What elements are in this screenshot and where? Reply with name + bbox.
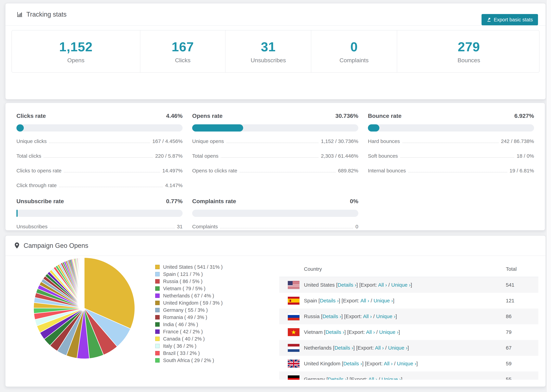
export-unique-link[interactable]: Unique › [397,361,416,366]
export-all-link[interactable]: All › [368,377,377,380]
dotted-leader [44,157,153,158]
legend-item[interactable]: Brazil ( 33 / 2% ) [155,350,223,357]
legend-item[interactable]: Romania ( 49 / 3% ) [155,314,223,321]
legend-label: France ( 42 / 2% ) [163,329,203,335]
rate-title: Bounce rate [368,112,402,119]
rate-detail-row: Clicks to opens rate14.497% [16,168,183,174]
rate-progress-fill [192,124,243,132]
legend-item[interactable]: France ( 42 / 2% ) [155,328,223,335]
export-unique-link[interactable]: Unique › [381,377,401,380]
table-row: Spain [Details ›] [Export: All › / Uniqu… [279,293,538,308]
legend-label: Germany ( 55 / 3% ) [163,307,208,313]
details-link[interactable]: Details › [322,314,341,319]
geo-opens-title: Campaign Geo Opens [24,242,88,249]
legend-swatch [155,294,160,298]
details-link[interactable]: Details › [320,298,339,303]
rates-row-1: Clicks rate4.46%Unique clicks167 / 4.456… [16,112,534,188]
country-cell: United Kingdom [Details ›] [Export: All … [279,360,506,368]
details-link[interactable]: Details › [343,361,362,366]
flag-icon-vn [288,328,299,336]
export-all-link[interactable]: All › [363,314,372,319]
export-unique-link[interactable]: Unique › [391,282,410,288]
legend-swatch [155,272,160,276]
legend-item[interactable]: Canada ( 40 / 2% ) [155,335,223,343]
export-button-label: Export basic stats [494,17,533,23]
flag-icon-es [288,297,299,305]
stat-value: 279 [458,39,480,54]
details-link[interactable]: Details › [338,282,356,288]
bracket-close: ] [396,314,397,319]
export-unique-link[interactable]: Unique › [374,298,393,303]
dotted-leader [59,187,163,187]
rate-detail-value: 14.497% [162,168,183,174]
export-all-link[interactable]: All › [384,361,393,366]
flag-icon-ru [288,313,299,320]
legend-item[interactable]: Vietnam ( 79 / 5% ) [155,285,223,292]
geo-opens-panel: Campaign Geo Opens United States ( 541 /… [5,235,546,387]
export-label: ] [Export: [341,314,363,319]
tracking-stats-panel: Tracking stats Export basic stats 1,152O… [5,3,546,99]
rate-detail-value: 242 / 86.738% [501,138,534,144]
separator: / [372,314,376,319]
export-unique-link[interactable]: Unique › [376,314,396,319]
page-scrollbar[interactable] [546,0,551,392]
stat-cell-opens: 1,152Opens [12,30,140,72]
rate-detail-row: Total opens2,303 / 61.446% [192,153,358,159]
table-body: United States [Details ›] [Export: All ›… [279,277,538,380]
legend-item[interactable]: India ( 46 / 3% ) [155,321,223,328]
table-row: United States [Details ›] [Export: All ›… [279,277,538,293]
separator: / [387,282,391,288]
pie-slice[interactable] [84,258,84,308]
rate-detail-label: Total clicks [16,153,41,159]
legend-item[interactable]: Italy ( 36 / 2% ) [155,343,223,350]
stats-row: 1,152Opens167Clicks31Unsubscribes0Compla… [11,30,540,73]
export-label: ] [Export: [344,329,366,335]
column-header-total: Total [506,266,538,272]
rate-progress-bar [16,210,183,217]
separator: / [377,377,381,380]
rate-detail-row: Unsubscribes31 [16,224,183,230]
rate-card: Complaints rate0%Complaints0 [192,198,358,230]
legend-swatch [155,329,160,334]
dotted-leader [400,157,514,158]
export-all-link[interactable]: All › [375,345,384,351]
legend-item[interactable]: South Africa ( 29 / 2% ) [155,357,223,364]
legend-swatch [155,336,160,341]
country-cell: United States [Details ›] [Export: All ›… [279,281,506,289]
country-cell: Vietnam [Details ›] [Export: All › / Uni… [279,328,506,336]
legend-item[interactable]: Spain ( 121 / 7% ) [155,271,223,278]
export-label: ] [Export: [339,298,360,303]
rate-detail-label: Unsubscribes [16,224,48,230]
rate-progress-bar [192,124,358,132]
stat-cell-unsubscribes: 31Unsubscribes [226,30,311,72]
country-name: United States [304,282,336,288]
export-basic-stats-button[interactable]: Export basic stats [481,14,538,25]
details-link[interactable]: Details › [328,377,347,380]
legend-item[interactable]: Germany ( 55 / 3% ) [155,307,223,314]
country-cell: Germany [Details ›] [Export: All › / Uni… [279,375,506,380]
legend-item[interactable]: Russia ( 86 / 5% ) [155,278,223,285]
details-link[interactable]: Details › [334,345,353,351]
legend-item[interactable]: United States ( 541 / 31% ) [155,263,223,271]
stat-value: 1,152 [59,39,92,54]
rate-card-header: Clicks rate4.46% [16,112,183,119]
rate-title: Complaints rate [192,198,236,204]
legend-item[interactable]: Netherlands ( 67 / 4% ) [155,292,223,299]
details-link[interactable]: Details › [325,329,344,335]
export-all-link[interactable]: All › [366,329,375,335]
export-unique-link[interactable]: Unique › [379,329,399,335]
rate-value: 6.927% [514,112,534,119]
legend-item[interactable]: United Kingdom ( 59 / 3% ) [155,299,223,307]
export-all-link[interactable]: All › [378,282,387,288]
country-cell: Netherlands [Details ›] [Export: All › /… [279,344,506,352]
rates-panel: Clicks rate4.46%Unique clicks167 / 4.456… [5,103,545,231]
rate-detail-row: Unique clicks167 / 4.456% [16,138,183,144]
flag-icon-us [288,281,299,289]
rate-value: 30.736% [335,112,358,119]
stat-label: Complaints [339,57,369,64]
export-all-link[interactable]: All › [360,298,369,303]
export-unique-link[interactable]: Unique › [388,345,407,351]
rate-detail-value: 4.147% [165,182,183,188]
legend-label: Canada ( 40 / 2% ) [163,336,205,342]
bracket-close: ] [416,361,418,366]
